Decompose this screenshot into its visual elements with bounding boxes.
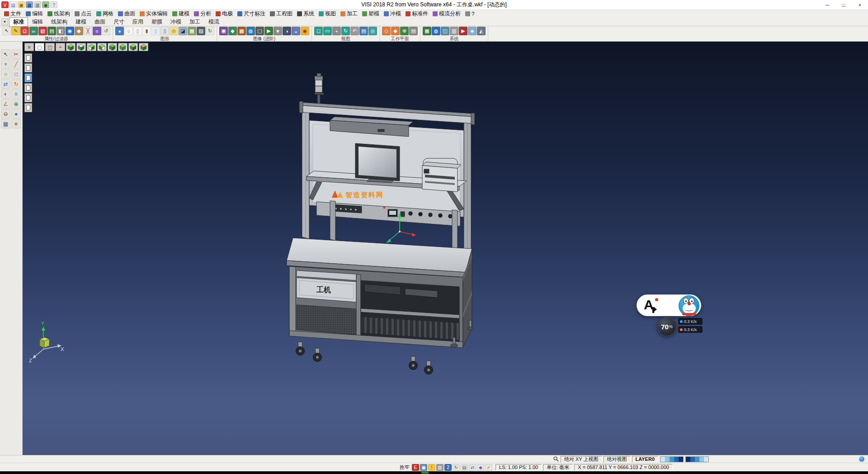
materials-icon[interactable]: ▩: [237, 27, 246, 35]
cylinder-transparent-icon[interactable]: ▯: [151, 27, 160, 35]
erase-attributes-icon[interactable]: ╳: [84, 27, 92, 35]
point-tool-icon[interactable]: +: [1, 59, 10, 69]
open-document-icon[interactable]: ▣: [18, 1, 25, 8]
menu-modeling[interactable]: 建模: [170, 10, 192, 18]
doraemon-avatar[interactable]: [679, 295, 699, 316]
cylinder-shaded-icon[interactable]: ▮: [142, 27, 151, 35]
layer-color-bar[interactable]: [685, 456, 709, 462]
doc-slot-3[interactable]: [24, 73, 32, 82]
pen-color-bar[interactable]: [660, 456, 684, 462]
offset-tool-icon[interactable]: ≡: [11, 89, 21, 99]
taskbar-app-sliver[interactable]: [421, 472, 429, 474]
workplane-new-icon[interactable]: ◇: [382, 27, 391, 35]
view-mode-indicator[interactable]: 绝对视图: [604, 456, 631, 463]
tab-edit[interactable]: 编辑: [28, 17, 47, 27]
view-single-pane-button[interactable]: ▢: [35, 43, 44, 51]
view-cube-iso-button[interactable]: [66, 43, 75, 51]
workplane-align-icon[interactable]: ◆: [391, 27, 400, 35]
menu-mesh[interactable]: 网格: [94, 10, 116, 18]
wireframe-mode-icon[interactable]: ○: [124, 27, 133, 35]
close-button[interactable]: ×: [852, 0, 868, 9]
material-lib-icon[interactable]: ◈: [468, 27, 476, 35]
workplane-list-icon[interactable]: ▤: [409, 27, 418, 35]
view-cube-right-button[interactable]: [97, 43, 107, 51]
cylinder-edges-icon[interactable]: ▯: [160, 27, 169, 35]
tab-surface[interactable]: 曲面: [90, 17, 109, 27]
view-cube-left-button[interactable]: [118, 43, 127, 51]
minimize-button[interactable]: ─: [819, 0, 835, 9]
snapshot-icon[interactable]: ◉: [42, 1, 49, 8]
rect-tool-icon[interactable]: □: [11, 69, 21, 79]
snap-toggle[interactable]: 拴牢: [400, 464, 410, 471]
tab-apply[interactable]: 应用: [128, 17, 147, 27]
error-log-icon[interactable]: E: [412, 464, 419, 471]
alert-icon[interactable]: !: [428, 464, 435, 471]
redraw-icon[interactable]: ↻: [206, 27, 214, 35]
tab-mold[interactable]: 塑膜: [147, 17, 166, 27]
refresh-icon[interactable]: ↻: [453, 464, 460, 471]
line-tool-icon[interactable]: ╱: [11, 59, 21, 69]
maximize-button[interactable]: □: [835, 0, 852, 9]
hidden-line-icon[interactable]: ▯: [133, 27, 142, 35]
tab-dimension[interactable]: 尺寸: [109, 17, 128, 27]
new-document-icon[interactable]: ▤: [9, 1, 17, 8]
plot-icon[interactable]: ▥: [34, 1, 41, 8]
chain-select-icon[interactable]: ∞: [29, 27, 38, 35]
zoom-window-icon[interactable]: ▭: [323, 27, 332, 35]
save-icon[interactable]: ▦: [26, 1, 33, 8]
measure-tool-icon[interactable]: ∠: [1, 99, 10, 109]
color-filter-icon[interactable]: ▧: [38, 27, 47, 35]
select-tool-icon[interactable]: ↖: [1, 49, 10, 59]
shaded-mode-icon[interactable]: ●: [115, 27, 124, 35]
texture-view-icon[interactable]: ▦: [188, 27, 196, 35]
view-cube-top-button[interactable]: [76, 43, 86, 51]
menu-electrode[interactable]: 电极: [213, 10, 235, 18]
tab-wireframe[interactable]: 线架构: [47, 17, 71, 27]
sync-icon[interactable]: ⇄: [469, 464, 476, 471]
rotate-tool-icon[interactable]: ↻: [11, 79, 21, 89]
shadows-icon[interactable]: ◑: [283, 27, 291, 35]
ambient-light-icon[interactable]: ◉: [301, 27, 309, 35]
menu-file[interactable]: 文件: [2, 10, 24, 18]
background-color-icon[interactable]: ▨: [197, 27, 205, 35]
menu-die[interactable]: 冲模: [382, 10, 403, 18]
grid-tool-icon[interactable]: ▦: [1, 119, 10, 128]
menu-solid-edit[interactable]: 实体编辑: [137, 10, 170, 18]
menu-view[interactable]: 视图: [316, 10, 338, 18]
menu-mold[interactable]: 塑模: [360, 10, 382, 18]
printer-icon[interactable]: ▥: [436, 464, 443, 471]
view-cube-bottom-button[interactable]: [128, 43, 138, 51]
3d-viewport[interactable]: ≡▢◫+: [23, 42, 868, 455]
scale-indicator[interactable]: LS: 1.00 PS: 1.00: [495, 464, 542, 471]
view-lock-indicator[interactable]: 绝对 XY 上视图: [561, 456, 602, 463]
database-icon[interactable]: ◆: [477, 464, 484, 471]
move-tool-icon[interactable]: ⇄: [1, 79, 10, 89]
element-mask-icon[interactable]: ◧: [57, 27, 65, 35]
select-filter-icon[interactable]: ↖: [2, 27, 11, 35]
doc-slot-1[interactable]: [24, 53, 32, 62]
tab-standard[interactable]: 标准: [9, 17, 28, 27]
mirror-tool-icon[interactable]: ◐: [1, 89, 10, 99]
info-icon[interactable]: 2: [444, 464, 452, 471]
view-multi-pane-button[interactable]: ◫: [45, 43, 55, 51]
settings-grid-icon[interactable]: ▦: [423, 27, 431, 35]
workplane-origin-icon[interactable]: ⊕: [400, 27, 409, 35]
table-icon[interactable]: ▥: [450, 27, 458, 35]
ok-icon[interactable]: ✓: [485, 464, 492, 471]
search-icon[interactable]: [553, 456, 559, 462]
visibility-icon[interactable]: ◉: [66, 27, 74, 35]
trim-tool-icon[interactable]: ✂: [11, 49, 21, 59]
render-options-icon[interactable]: ◭: [477, 27, 486, 35]
menu-pointcloud[interactable]: 点云: [72, 10, 94, 18]
help-doc-icon[interactable]: ?: [50, 1, 57, 8]
favorites-tool-icon[interactable]: ★: [11, 119, 21, 128]
menu-wireframe[interactable]: 线架构: [45, 10, 72, 18]
section-view-icon[interactable]: ◪: [179, 27, 187, 35]
view-cube-custom-button[interactable]: [139, 43, 148, 51]
layers-icon[interactable]: ▤: [461, 464, 468, 471]
magnet-snap-icon[interactable]: Ω: [20, 27, 29, 35]
reset-filter-icon[interactable]: ↺: [102, 27, 110, 35]
reflections-icon[interactable]: ◒: [292, 27, 300, 35]
light-settings-icon[interactable]: ◎: [170, 27, 178, 35]
view-axis-button[interactable]: +: [56, 43, 65, 51]
